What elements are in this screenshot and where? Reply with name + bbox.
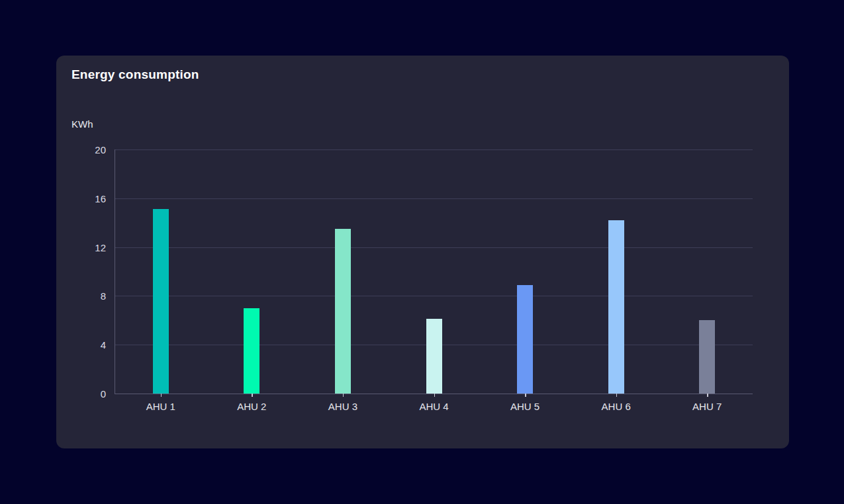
- x-axis-tick-ahu-3: [343, 394, 344, 397]
- chart-title: Energy consumption: [71, 67, 199, 82]
- bar-ahu-7[interactable]: [699, 320, 715, 394]
- y-axis-tick-label-16: 16: [73, 193, 106, 203]
- x-axis-label-ahu-2: AHU 2: [237, 401, 266, 412]
- x-axis-tick-ahu-6: [616, 394, 618, 397]
- x-axis-tick-ahu-1: [161, 394, 162, 397]
- x-axis-tick-ahu-5: [525, 394, 526, 397]
- x-axis-tick-ahu-7: [707, 394, 708, 397]
- x-axis-tick-ahu-4: [434, 394, 436, 397]
- page-background: { "page": { "background": "#03032B" }, "…: [0, 0, 844, 504]
- gridline-y-12: [115, 247, 753, 248]
- energy-consumption-card: Energy consumption KWh AHU 1AHU 2AHU 3AH…: [56, 56, 789, 448]
- gridline-y-8: [115, 296, 753, 296]
- x-axis-label-ahu-1: AHU 1: [146, 401, 175, 412]
- gridline-y-16: [115, 198, 753, 199]
- x-axis-label-ahu-4: AHU 4: [419, 401, 448, 412]
- gridline-y-20: [115, 149, 753, 150]
- x-axis-label-ahu-6: AHU 6: [602, 401, 631, 412]
- bar-ahu-3[interactable]: [335, 229, 351, 394]
- bar-ahu-5[interactable]: [517, 285, 533, 394]
- y-axis-tick-label-0: 0: [73, 389, 106, 399]
- bar-ahu-4[interactable]: [426, 319, 442, 394]
- y-axis-tick-label-8: 8: [73, 291, 106, 301]
- x-axis-label-ahu-3: AHU 3: [328, 401, 357, 412]
- x-axis-tick-ahu-2: [252, 394, 253, 397]
- x-axis-label-ahu-5: AHU 5: [510, 401, 539, 412]
- x-axis-label-ahu-7: AHU 7: [692, 401, 722, 412]
- bar-ahu-1[interactable]: [153, 209, 169, 394]
- bar-ahu-6[interactable]: [608, 220, 624, 394]
- y-axis-tick-label-4: 4: [73, 340, 106, 350]
- bar-ahu-2[interactable]: [244, 308, 259, 394]
- y-axis-tick-label-12: 12: [73, 242, 106, 252]
- y-axis-tick-label-20: 20: [73, 145, 106, 155]
- y-axis-unit-label: KWh: [71, 118, 93, 130]
- plot-area: AHU 1AHU 2AHU 3AHU 4AHU 5AHU 6AHU 7: [115, 149, 753, 394]
